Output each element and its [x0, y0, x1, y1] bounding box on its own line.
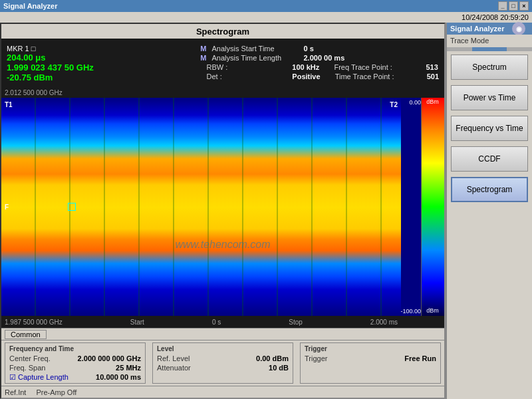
trace-mode-label: Trace Mode — [447, 35, 532, 47]
analyzer-panel: Spectrogram MKR 1 □ 204.00 μs 1.999 023 … — [0, 23, 446, 399]
colorbar-bot-val: -100.00 — [400, 308, 421, 315]
window-controls: _ □ × — [498, 1, 529, 11]
bottom-time-stop: 2.000 ms — [370, 319, 398, 326]
spectrum-button[interactable]: Spectrum — [451, 55, 528, 80]
freq-axis-top: 2.012 500 000 GHz — [1, 88, 444, 98]
close-button[interactable]: × — [519, 1, 529, 11]
ccdf-button[interactable]: CCDF — [451, 146, 528, 172]
mkr-label: MKR 1 □ — [7, 45, 94, 53]
bottom-axis: 1.987 500 000 GHz Start 0 s Stop 2.000 m… — [1, 316, 444, 328]
attenuator-row: Attenuator 10 dB — [157, 364, 289, 372]
right-panel-header: Signal Analyzer ◉ — [447, 23, 532, 35]
status-bar: Ref.Int Pre-Amp Off — [1, 386, 444, 398]
analysis-start-row: M Analysis Start Time 0 s — [200, 45, 439, 53]
trigger-group: Trigger Trigger Free Run — [300, 342, 441, 384]
status-refint: Ref.Int — [5, 388, 26, 396]
bottom-stop-label: Stop — [289, 319, 303, 326]
minimize-button[interactable]: _ — [498, 1, 507, 11]
center-freq-row: Center Freq. 2.000 000 000 GHz — [9, 354, 141, 362]
freq-vs-time-button[interactable]: Frequency vs Time — [451, 116, 528, 141]
common-tab[interactable]: Common — [1, 329, 444, 340]
main-layout: Spectrogram MKR 1 □ 204.00 μs 1.999 023 … — [0, 23, 532, 399]
maximize-button[interactable]: □ — [509, 1, 518, 11]
capture-length-row: ☑ Capture Length 10.000 00 ms — [9, 373, 141, 382]
scrollbar-thumb — [472, 47, 506, 51]
watermark: www.tehencom.com — [175, 239, 270, 251]
marker-info: MKR 1 □ 204.00 μs 1.999 023 437 50 GHz -… — [7, 45, 94, 82]
freq-time-title: Frequency and Time — [9, 345, 141, 352]
freq-time-group: Frequency and Time Center Freq. 2.000 00… — [5, 342, 146, 384]
settings-grid: Frequency and Time Center Freq. 2.000 00… — [1, 340, 444, 386]
title-bar: Signal Analyzer _ □ × — [0, 0, 532, 12]
power-vs-time-button[interactable]: Power vs Time — [451, 85, 528, 110]
status-preamp: Pre-Amp Off — [36, 388, 76, 396]
spectrogram-image — [1, 98, 401, 316]
colorbar-top-unit: dBm — [421, 99, 444, 105]
mkr-freq: 1.999 023 437 50 GHz — [7, 63, 94, 72]
level-group: Level Ref. Level 0.00 dBm Attenuator 10 … — [152, 342, 293, 384]
rbw-row: RBW : 100 kHz Freq Trace Point : 513 — [200, 63, 439, 71]
signal-icon: ◉ — [512, 22, 525, 35]
analysis-info: M Analysis Start Time 0 s M Analysis Tim… — [200, 45, 439, 80]
bottom-freq-label: 1.987 500 000 GHz — [5, 319, 63, 326]
marker-f: F — [5, 203, 9, 211]
marker-t2: T2 — [390, 101, 398, 108]
info-bar: MKR 1 □ 204.00 μs 1.999 023 437 50 GHz -… — [1, 39, 444, 88]
spectrogram-display: T1 T2 F www.tehencom.com 0.00 dBm -100.0… — [1, 98, 444, 316]
bottom-time-start: 0 s — [212, 319, 221, 326]
right-panel: Signal Analyzer ◉ Trace Mode Spectrum Po… — [446, 23, 532, 399]
freq-span-row: Freq. Span 25 MHz — [9, 364, 141, 372]
colorbar-top-val: 0.00 — [409, 99, 421, 106]
right-header-text: Signal Analyzer — [450, 25, 505, 33]
app-title: Signal Analyzer — [3, 2, 58, 10]
analyzer-title: Spectrogram — [1, 24, 444, 39]
mkr-dbm: -20.75 dBm — [7, 72, 94, 82]
ref-level-row: Ref. Level 0.00 dBm — [157, 354, 289, 362]
mkr-time: 204.00 μs — [7, 53, 94, 63]
trigger-title: Trigger — [305, 345, 436, 352]
analysis-length-row: M Analysis Time Length 2.000 00 ms — [200, 54, 439, 62]
bottom-start-label: Start — [130, 319, 144, 326]
common-tab-label[interactable]: Common — [5, 330, 47, 339]
det-row: Det : Positive Time Trace Point : 501 — [200, 72, 439, 80]
right-scrollbar[interactable] — [447, 47, 532, 51]
info-row: MKR 1 □ 204.00 μs 1.999 023 437 50 GHz -… — [7, 45, 439, 82]
datetime-text: 10/24/2008 20:59:20 — [462, 13, 529, 21]
datetime-bar: 10/24/2008 20:59:20 — [0, 12, 532, 23]
level-title: Level — [157, 345, 289, 352]
marker-cross — [68, 203, 76, 211]
marker-t1: T1 — [5, 101, 13, 108]
spectrogram-button[interactable]: Spectrogram — [451, 177, 528, 202]
colorbar-bot-unit: dBm — [421, 308, 444, 315]
settings-panel: Common Frequency and Time Center Freq. 2… — [1, 328, 444, 386]
trigger-row: Trigger Free Run — [305, 354, 436, 362]
colorbar — [421, 98, 444, 316]
